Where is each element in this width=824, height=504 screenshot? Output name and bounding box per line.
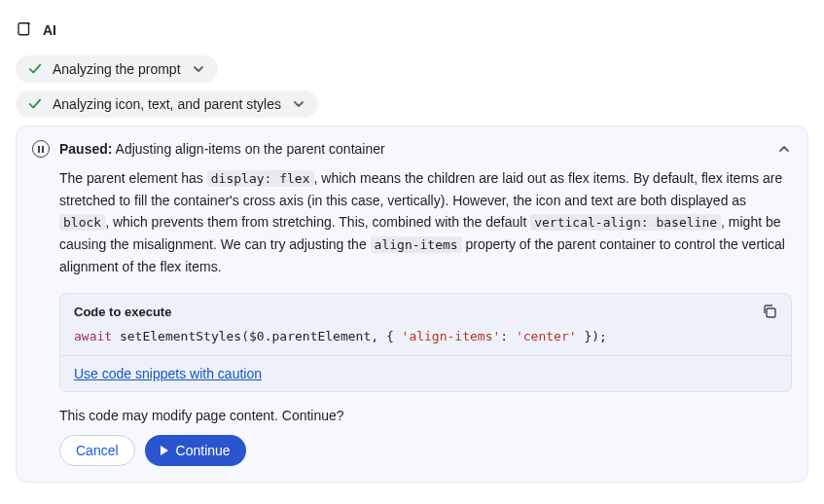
svg-rect-1 xyxy=(767,308,775,317)
code-token: : xyxy=(500,329,516,343)
caution-row: Use code snippets with caution xyxy=(60,355,791,391)
code-token: }); xyxy=(577,329,607,343)
code-token-string: 'center' xyxy=(516,329,577,343)
svg-rect-0 xyxy=(18,23,29,35)
code-card: Code to execute await setElementStyles($… xyxy=(59,293,792,392)
chevron-down-icon xyxy=(291,96,306,112)
code-token-keyword: await xyxy=(74,329,112,343)
inline-code: display: flex xyxy=(207,170,314,187)
paused-body: The parent element has display: flex, wh… xyxy=(32,167,792,466)
pause-icon xyxy=(32,140,50,158)
code-token-string: 'align-items' xyxy=(402,329,501,343)
continue-button[interactable]: Continue xyxy=(145,435,246,466)
play-icon xyxy=(161,446,168,455)
check-icon xyxy=(27,96,43,112)
paused-label: Paused: xyxy=(59,141,112,157)
cancel-button[interactable]: Cancel xyxy=(59,435,135,466)
paused-header[interactable]: Paused: Adjusting align-items on the par… xyxy=(32,140,792,158)
caution-link[interactable]: Use code snippets with caution xyxy=(74,366,262,381)
check-icon xyxy=(27,61,43,77)
panel-header-bar: AI xyxy=(16,16,808,44)
paused-title: Paused: Adjusting align-items on the par… xyxy=(59,141,767,157)
confirm-text: This code may modify page content. Conti… xyxy=(59,408,792,423)
explanation-text-fragment: , which prevents them from stretching. T… xyxy=(105,214,530,230)
inline-code: block xyxy=(59,214,105,231)
code-card-title: Code to execute xyxy=(74,305,171,319)
step-chip-analyzing-prompt[interactable]: Analyzing the prompt xyxy=(16,55,218,83)
ai-sparkle-icon xyxy=(16,19,33,40)
step-chip-analyzing-styles[interactable]: Analyzing icon, text, and parent styles xyxy=(16,90,318,118)
inline-code: align-items xyxy=(371,236,462,253)
inline-code: vertical-align: baseline xyxy=(530,214,721,231)
code-token: setElementStyles($0.parentElement, { xyxy=(112,329,401,343)
paused-panel: Paused: Adjusting align-items on the par… xyxy=(16,126,808,483)
chevron-down-icon xyxy=(191,61,206,77)
step-label: Analyzing the prompt xyxy=(53,61,181,77)
explanation-text: The parent element has display: flex, wh… xyxy=(59,167,792,277)
panel-title: AI xyxy=(43,22,56,38)
code-block: await setElementStyles($0.parentElement,… xyxy=(60,325,791,355)
copy-icon[interactable] xyxy=(762,304,777,319)
button-row: Cancel Continue xyxy=(59,435,792,466)
paused-detail: Adjusting align-items on the parent cont… xyxy=(116,141,385,157)
explanation-text-fragment: The parent element has xyxy=(59,170,207,186)
continue-button-label: Continue xyxy=(176,443,231,458)
step-label: Analyzing icon, text, and parent styles xyxy=(53,96,281,112)
chevron-up-icon[interactable] xyxy=(776,141,792,157)
code-card-header: Code to execute xyxy=(60,294,791,325)
